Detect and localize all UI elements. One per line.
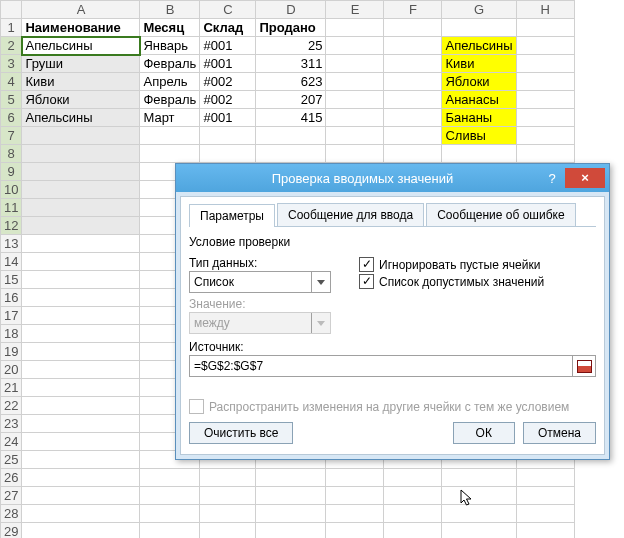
row-header[interactable]: 16 — [1, 289, 22, 307]
cell[interactable] — [256, 505, 326, 523]
cell[interactable] — [516, 145, 574, 163]
cell[interactable] — [384, 37, 442, 55]
cell[interactable] — [22, 271, 140, 289]
cell[interactable] — [200, 469, 256, 487]
cell[interactable]: #001 — [200, 37, 256, 55]
row-header[interactable]: 25 — [1, 451, 22, 469]
row-header[interactable]: 5 — [1, 91, 22, 109]
help-button[interactable]: ? — [539, 171, 565, 186]
cell[interactable]: Апельсины — [22, 109, 140, 127]
cell[interactable] — [22, 163, 140, 181]
row-header[interactable]: 27 — [1, 487, 22, 505]
cell[interactable] — [442, 145, 516, 163]
cell[interactable] — [516, 469, 574, 487]
cell[interactable] — [516, 91, 574, 109]
row-header[interactable]: 26 — [1, 469, 22, 487]
col-header-D[interactable]: D — [256, 1, 326, 19]
cell[interactable] — [200, 145, 256, 163]
dialog-titlebar[interactable]: Проверка вводимых значений ? × — [176, 164, 609, 192]
cell[interactable]: 207 — [256, 91, 326, 109]
row-header[interactable]: 15 — [1, 271, 22, 289]
row-header[interactable]: 8 — [1, 145, 22, 163]
cell[interactable] — [326, 523, 384, 539]
cell[interactable] — [326, 55, 384, 73]
cell[interactable]: Киви — [442, 55, 516, 73]
cell[interactable] — [200, 127, 256, 145]
cell[interactable] — [256, 523, 326, 539]
cell[interactable] — [516, 487, 574, 505]
cell[interactable] — [140, 127, 200, 145]
cell[interactable] — [22, 487, 140, 505]
cell[interactable] — [22, 433, 140, 451]
source-input-box[interactable] — [189, 355, 596, 377]
cell[interactable] — [140, 523, 200, 539]
cell[interactable] — [326, 505, 384, 523]
tab-parameters[interactable]: Параметры — [189, 204, 275, 227]
cell[interactable]: Февраль — [140, 91, 200, 109]
cell[interactable] — [256, 469, 326, 487]
cell[interactable] — [516, 55, 574, 73]
cell[interactable] — [384, 523, 442, 539]
col-header-B[interactable]: B — [140, 1, 200, 19]
cell[interactable] — [256, 127, 326, 145]
cell[interactable] — [384, 19, 442, 37]
cell[interactable] — [22, 307, 140, 325]
cell[interactable] — [140, 505, 200, 523]
cell[interactable] — [22, 505, 140, 523]
cell[interactable] — [326, 37, 384, 55]
cell[interactable] — [140, 469, 200, 487]
cell[interactable] — [326, 73, 384, 91]
ok-button[interactable]: ОК — [453, 422, 515, 444]
cell[interactable] — [384, 127, 442, 145]
cell[interactable]: Апрель — [140, 73, 200, 91]
cell[interactable]: Груши — [22, 55, 140, 73]
cell[interactable] — [384, 109, 442, 127]
cell[interactable] — [22, 253, 140, 271]
cell[interactable] — [442, 523, 516, 539]
cell[interactable] — [22, 199, 140, 217]
cell[interactable]: Апельсины — [442, 37, 516, 55]
cell[interactable] — [256, 487, 326, 505]
cell[interactable] — [516, 505, 574, 523]
col-header-A[interactable]: A — [22, 1, 140, 19]
cell[interactable] — [516, 109, 574, 127]
cell[interactable] — [326, 487, 384, 505]
cell[interactable]: Январь — [140, 37, 200, 55]
cell[interactable] — [22, 127, 140, 145]
cell[interactable] — [326, 469, 384, 487]
cell[interactable] — [326, 145, 384, 163]
row-header[interactable]: 9 — [1, 163, 22, 181]
cell[interactable] — [384, 55, 442, 73]
cell[interactable]: Месяц — [140, 19, 200, 37]
col-header-H[interactable]: H — [516, 1, 574, 19]
cell[interactable] — [200, 523, 256, 539]
col-header-F[interactable]: F — [384, 1, 442, 19]
cell[interactable]: Март — [140, 109, 200, 127]
cell[interactable]: Наименование — [22, 19, 140, 37]
close-button[interactable]: × — [565, 168, 605, 188]
cell[interactable] — [22, 181, 140, 199]
cell[interactable]: Ананасы — [442, 91, 516, 109]
cell[interactable]: 623 — [256, 73, 326, 91]
cell[interactable]: Апельсины — [22, 37, 140, 55]
cell[interactable]: #001 — [200, 55, 256, 73]
row-header[interactable]: 23 — [1, 415, 22, 433]
cell[interactable] — [442, 469, 516, 487]
cell[interactable]: #002 — [200, 91, 256, 109]
cell[interactable] — [326, 127, 384, 145]
clear-all-button[interactable]: Очистить все — [189, 422, 293, 444]
row-header[interactable]: 19 — [1, 343, 22, 361]
cell[interactable] — [326, 19, 384, 37]
cell[interactable]: Продано — [256, 19, 326, 37]
cell[interactable] — [256, 145, 326, 163]
row-header[interactable]: 6 — [1, 109, 22, 127]
row-header[interactable]: 29 — [1, 523, 22, 539]
row-header[interactable]: 24 — [1, 433, 22, 451]
cell[interactable] — [140, 145, 200, 163]
cell[interactable] — [384, 469, 442, 487]
cell[interactable] — [384, 505, 442, 523]
dropdown-icon[interactable] — [311, 272, 330, 292]
cell[interactable]: Сливы — [442, 127, 516, 145]
cell[interactable] — [516, 523, 574, 539]
cell[interactable] — [22, 235, 140, 253]
